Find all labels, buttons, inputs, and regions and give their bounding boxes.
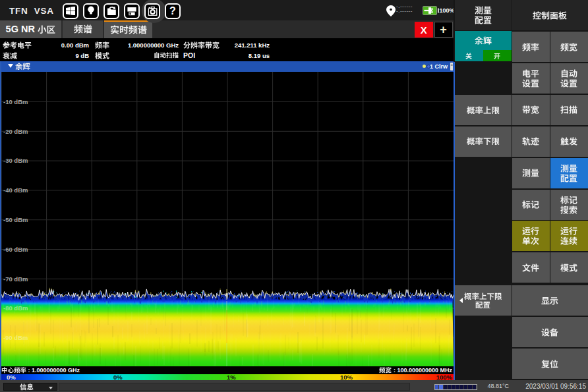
svg-text:-40 dBm: -40 dBm	[3, 186, 28, 194]
svg-text:-80 dBm: -80 dBm	[3, 304, 28, 312]
svg-text:-20 dBm: -20 dBm	[3, 127, 28, 134]
svg-text:-10 dBm: -10 dBm	[3, 98, 28, 105]
svg-text:-60 dBm: -60 dBm	[3, 245, 28, 252]
svg-text:-90 dBm: -90 dBm	[3, 334, 28, 341]
svg-text:-70 dBm: -70 dBm	[3, 275, 28, 282]
svg-text:-30 dBm: -30 dBm	[3, 157, 28, 164]
svg-text:-50 dBm: -50 dBm	[3, 216, 28, 223]
